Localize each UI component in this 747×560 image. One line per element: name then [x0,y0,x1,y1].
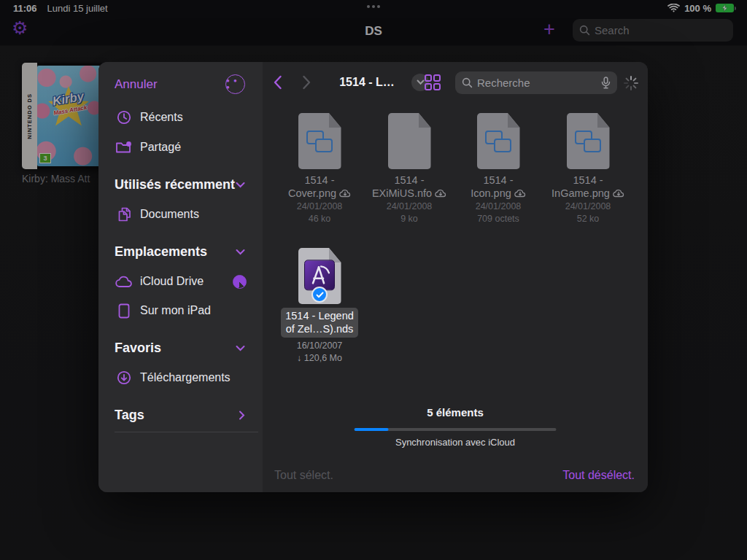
sync-progress-bar [355,428,557,431]
documents-icon [115,206,133,222]
image-file-icon [560,113,616,169]
document-file-icon [382,113,438,169]
shared-folder-icon [115,140,133,155]
chevron-down-icon [236,249,245,255]
sync-progress-pie-icon [233,275,247,289]
section-header-tags[interactable]: Tags [98,404,263,426]
picker-bottom-bar: Tout sélect. Tout désélect. [263,460,648,492]
rom-file-icon [292,248,348,304]
deselect-all-button[interactable]: Tout désélect. [562,469,635,482]
ipad-icon [115,303,133,319]
select-all-button[interactable]: Tout sélect. [274,469,333,482]
sync-status-label: Synchronisation avec iCloud [263,437,648,448]
picker-sidebar: Annuler ● ● ● Récents Partagé Utilisés r… [98,62,263,492]
file-item-ingame-png[interactable]: 1514 - InGame.png 24/01/2008 52 ko [544,113,632,225]
grid-view-button[interactable] [425,74,441,90]
chevron-down-icon [236,345,245,351]
sidebar-item-on-my-ipad[interactable]: Sur mon iPad [98,300,263,322]
icloud-download-icon [613,189,624,198]
picker-toolbar: 1514 - L… [263,71,648,96]
folder-search-input[interactable] [477,77,597,89]
image-file-icon [292,113,348,169]
forward-button[interactable] [302,75,311,90]
cloud-icon [115,276,133,288]
clock-icon [115,109,133,125]
microphone-icon[interactable] [601,77,611,90]
icloud-download-icon [339,189,351,198]
sidebar-item-recents[interactable]: Récents [98,106,263,128]
section-header-locations[interactable]: Emplacements [98,241,263,262]
file-item-cover-png[interactable]: 1514 - Cover.png 24/01/2008 46 ko [276,113,363,225]
rom-thumbnail [304,260,335,290]
folder-search-field[interactable] [455,71,617,94]
sidebar-item-shared[interactable]: Partagé [98,136,263,158]
image-file-icon [471,113,527,169]
icloud-download-icon [514,189,526,198]
file-item-icon-png[interactable]: 1514 - Icon.png 24/01/2008 709 octets [454,113,542,225]
sidebar-item-icloud-drive[interactable]: iCloud Drive [98,271,263,292]
file-item-eximius-nfo[interactable]: 1514 - EXiMiUS.nfo 24/01/2008 9 ko [365,113,453,225]
cancel-button[interactable]: Annuler [115,77,158,92]
selected-file-name: 1514 - Legend of Zel…S).nds [281,308,358,338]
item-count-label: 5 éléments [263,406,648,419]
chevron-down-icon [236,182,245,188]
sidebar-divider [115,432,258,432]
loading-spinner-icon [623,75,639,91]
file-item-zelda-nds-selected[interactable]: 1514 - Legend of Zel…S).nds 16/10/2007 ↓… [276,248,363,364]
chevron-right-icon [239,411,245,420]
back-button[interactable] [273,75,282,90]
section-header-favorites[interactable]: Favoris [98,337,263,359]
picker-main-panel: 1514 - L… [263,62,648,492]
section-header-recently-used[interactable]: Utilisés récemment [98,174,263,195]
selected-check-icon [311,287,328,303]
search-icon [462,77,473,88]
sync-progress-fill [355,428,389,431]
more-options-button[interactable]: ● ● ● [225,74,245,94]
file-picker-modal: Annuler ● ● ● Récents Partagé Utilisés r… [98,62,648,492]
sidebar-item-documents[interactable]: Documents [98,203,263,225]
icloud-download-icon [435,189,446,198]
breadcrumb-folder-title[interactable]: 1514 - L… [327,76,407,89]
download-circle-icon [115,370,133,386]
sidebar-item-downloads[interactable]: Téléchargements [98,367,263,389]
